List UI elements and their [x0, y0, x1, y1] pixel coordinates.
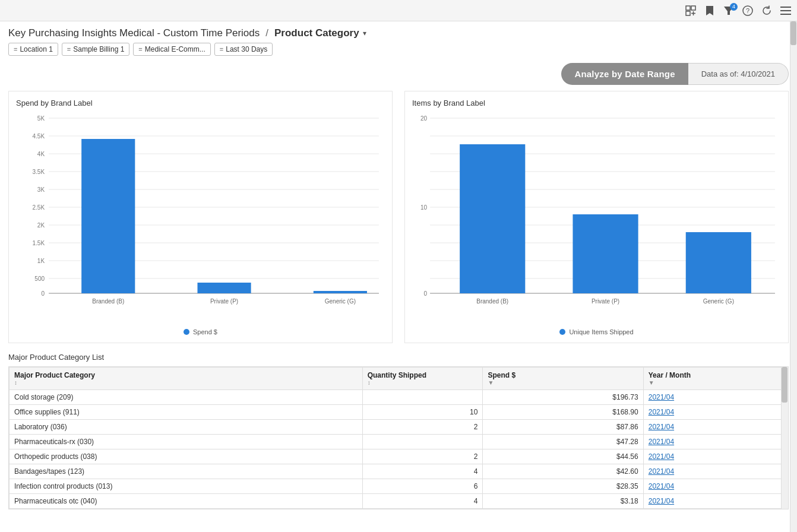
page-title-bar: Key Purchasing Insights Medical - Custom…	[0, 21, 797, 43]
svg-text:3K: 3K	[37, 186, 45, 193]
cell-yearmonth[interactable]: 2021/04	[643, 405, 787, 420]
product-category-table: Major Product Category ↕ Quantity Shippe…	[9, 367, 788, 509]
svg-text:5K: 5K	[37, 115, 45, 122]
sort-icon-spend[interactable]: ▼	[488, 379, 638, 386]
table-row: Laboratory (036) 2 $87.86 2021/04	[10, 420, 788, 435]
filter-icon[interactable]: 4	[722, 4, 735, 17]
cell-yearmonth[interactable]: 2021/04	[643, 464, 787, 479]
table-header: Major Product Category ↕ Quantity Shippe…	[10, 368, 788, 390]
svg-text:Branded (B): Branded (B)	[92, 298, 124, 305]
svg-rect-8	[780, 7, 791, 8]
cell-yearmonth[interactable]: 2021/04	[643, 449, 787, 464]
svg-text:2K: 2K	[37, 222, 45, 229]
items-branded-bar[interactable]	[460, 144, 525, 293]
cell-qty: 10	[362, 405, 483, 420]
data-as-of-label: Data as of: 4/10/2021	[688, 63, 789, 85]
eq-icon: =	[67, 46, 71, 53]
cell-category: Laboratory (036)	[10, 420, 363, 435]
cell-spend: $44.56	[483, 449, 643, 464]
table-row: Orthopedic products (038) 2 $44.56 2021/…	[10, 449, 788, 464]
cell-yearmonth[interactable]: 2021/04	[643, 479, 787, 494]
cell-yearmonth[interactable]: 2021/04	[643, 494, 787, 509]
help-icon[interactable]: ?	[741, 4, 754, 17]
cell-spend: $3.18	[483, 494, 643, 509]
menu-icon[interactable]	[779, 4, 792, 17]
svg-rect-10	[780, 14, 791, 15]
table-row: Bandages/tapes (123) 4 $42.60 2021/04	[10, 464, 788, 479]
items-private-bar[interactable]	[573, 214, 638, 293]
svg-rect-9	[780, 10, 791, 11]
table-row: Pharmaceuticals otc (040) 4 $3.18 2021/0…	[10, 494, 788, 509]
sort-icon-category[interactable]: ↕	[14, 379, 358, 386]
cell-qty	[362, 435, 483, 449]
cell-category: Pharmaceuticals-rx (030)	[10, 435, 363, 449]
refresh-icon[interactable]	[760, 4, 773, 17]
cell-spend: $196.73	[483, 390, 643, 405]
cell-spend: $168.90	[483, 405, 643, 420]
cell-yearmonth[interactable]: 2021/04	[643, 435, 787, 449]
filter-chip-location[interactable]: = Location 1	[8, 43, 58, 56]
filter-chip-ecomm[interactable]: = Medical E-Comm...	[133, 43, 210, 56]
svg-text:4K: 4K	[37, 151, 45, 157]
col-header-qty[interactable]: Quantity Shipped ↕	[362, 368, 483, 390]
spend-chart-svg: 5K 4.5K 4K 3.5K 3K 2.5K 2K 1.5K 1K 500 0…	[16, 112, 385, 314]
svg-rect-2	[686, 11, 690, 15]
items-chart-container: 20 10 0 Branded (B) Private (P) Generic …	[412, 112, 781, 326]
eq-icon: =	[138, 46, 142, 53]
col-header-category[interactable]: Major Product Category ↕	[10, 368, 363, 390]
generic-bar[interactable]	[314, 291, 367, 293]
table-row: Cold storage (209) $196.73 2021/04	[10, 390, 788, 405]
table-scrollbar[interactable]	[781, 367, 788, 509]
dimension-dropdown[interactable]: ▾	[363, 29, 366, 37]
cell-spend: $47.28	[483, 435, 643, 449]
items-by-brand-chart: Items by Brand Label 20 10 0	[404, 91, 789, 343]
table-body: Cold storage (209) $196.73 2021/04 Offic…	[10, 390, 788, 509]
cell-yearmonth[interactable]: 2021/04	[643, 390, 787, 405]
spend-by-brand-chart: Spend by Brand Label 5K 4.5K 4K 3.5K	[8, 91, 393, 343]
bookmark-icon[interactable]	[703, 4, 716, 17]
items-chart-title: Items by Brand Label	[412, 99, 781, 107]
col-header-yearmonth[interactable]: Year / Month ▼	[643, 368, 787, 390]
action-bar: Analyze by Date Range Data as of: 4/10/2…	[0, 61, 797, 91]
spend-chart-title: Spend by Brand Label	[16, 99, 385, 107]
items-legend-dot	[559, 329, 565, 335]
table-scrollbar-thumb[interactable]	[782, 367, 787, 403]
items-generic-bar[interactable]	[686, 232, 751, 293]
branded-bar[interactable]	[81, 139, 135, 293]
cell-yearmonth[interactable]: 2021/04	[643, 420, 787, 435]
eq-icon: =	[14, 46, 17, 53]
page-scrollbar-thumb[interactable]	[790, 21, 796, 45]
cell-qty: 2	[362, 449, 483, 464]
filter-badge: 4	[730, 3, 738, 11]
table-section: Major Product Category List Major Produc…	[0, 343, 797, 509]
report-name: Key Purchasing Insights Medical - Custom…	[8, 27, 260, 39]
sort-icon-qty[interactable]: ↕	[368, 379, 478, 386]
svg-text:Private (P): Private (P)	[210, 298, 238, 305]
table-row: Office supplies (911) 10 $168.90 2021/04	[10, 405, 788, 420]
filter-chip-billing[interactable]: = Sample Billing 1	[62, 43, 129, 56]
items-chart-legend: Unique Items Shipped	[412, 328, 781, 335]
cell-category: Cold storage (209)	[10, 390, 363, 405]
cell-qty: 6	[362, 479, 483, 494]
filter-chip-label: Medical E-Comm...	[145, 45, 205, 53]
grid-plus-icon[interactable]	[684, 4, 697, 17]
table-row: Pharmaceuticals-rx (030) $47.28 2021/04	[10, 435, 788, 449]
svg-rect-0	[686, 6, 690, 10]
spend-chart-container: 5K 4.5K 4K 3.5K 3K 2.5K 2K 1.5K 1K 500 0…	[16, 112, 385, 326]
spend-chart-legend: Spend $	[16, 328, 385, 335]
page-scrollbar[interactable]	[790, 21, 797, 509]
eq-icon: =	[220, 46, 223, 53]
cell-spend: $42.60	[483, 464, 643, 479]
svg-text:1K: 1K	[37, 258, 45, 264]
filter-bar: = Location 1 = Sample Billing 1 = Medica…	[0, 43, 797, 61]
svg-text:Generic (G): Generic (G)	[703, 298, 734, 305]
filter-chip-date[interactable]: = Last 30 Days	[214, 43, 273, 56]
analyze-by-date-range-button[interactable]: Analyze by Date Range	[561, 63, 688, 85]
col-header-spend[interactable]: Spend $ ▼	[483, 368, 643, 390]
cell-category: Bandages/tapes (123)	[10, 464, 363, 479]
private-bar[interactable]	[197, 283, 251, 293]
sort-icon-yearmonth[interactable]: ▼	[649, 379, 783, 386]
svg-text:0: 0	[423, 290, 427, 297]
svg-text:500: 500	[34, 276, 45, 282]
svg-text:3.5K: 3.5K	[32, 169, 45, 175]
